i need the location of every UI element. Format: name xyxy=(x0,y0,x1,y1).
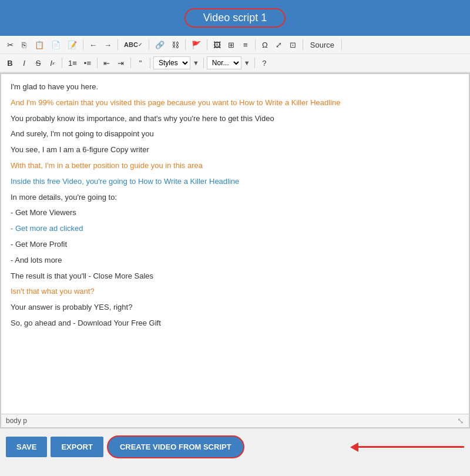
separator-9 xyxy=(62,58,62,68)
styles-select[interactable]: Styles xyxy=(153,56,190,69)
bold-button[interactable]: B xyxy=(4,56,16,69)
numberedlist-button[interactable]: 1≡ xyxy=(65,56,80,69)
create-video-button[interactable]: CREATE VIDEO FROM SCRIPT xyxy=(107,435,244,458)
separator-11 xyxy=(130,58,131,68)
header-title-outline: Video script 1 xyxy=(184,8,286,28)
separator-4 xyxy=(185,39,186,50)
removeformat-button[interactable]: Ix xyxy=(46,56,59,69)
showblocks-button[interactable]: ⊡ xyxy=(287,38,300,51)
arrow-indicator xyxy=(351,443,464,452)
editor-paragraph: - Get more ad clicked xyxy=(11,223,459,235)
table-button[interactable]: ⊞ xyxy=(225,38,238,51)
editor-paragraph: I'm glad to have you here. xyxy=(11,81,459,93)
editor-paragraph: Isn't that what you want? xyxy=(11,286,459,298)
outdent-button[interactable]: ⇤ xyxy=(100,56,113,69)
save-button[interactable]: SAVE xyxy=(6,437,47,457)
anchor-button[interactable]: 🚩 xyxy=(189,38,204,51)
editor-paragraph: Inside this free Video, you're going to … xyxy=(11,176,459,188)
editor-wrapper: I'm glad to have you here.And I'm 99% ce… xyxy=(0,73,470,428)
blockquote-button[interactable]: " xyxy=(134,56,147,69)
editor-paragraph: You probably know its importance, and th… xyxy=(11,113,459,125)
spellcheck-button[interactable]: ABC✓ xyxy=(121,38,146,51)
paste-button[interactable]: 📋 xyxy=(32,38,47,51)
page-header: Video script 1 xyxy=(0,0,470,36)
editor-paragraph: And I'm 99% certain that you visited thi… xyxy=(11,97,459,109)
undo-button[interactable]: ← xyxy=(86,38,100,51)
arrow-head-icon xyxy=(350,443,358,452)
export-button[interactable]: EXPORT xyxy=(51,437,103,457)
copy-button[interactable]: ⎘ xyxy=(18,38,31,51)
help-button[interactable]: ? xyxy=(258,56,271,69)
arrow-line xyxy=(358,446,464,448)
separator-8 xyxy=(341,39,342,50)
horizontalrule-button[interactable]: ≡ xyxy=(239,38,252,51)
separator-7 xyxy=(303,39,303,50)
editor-area[interactable]: I'm glad to have you here.And I'm 99% ce… xyxy=(1,73,469,414)
page-title: Video script 1 xyxy=(203,12,267,24)
editor-paragraph: And surely, I'm not going to disappoint … xyxy=(11,128,459,140)
image-button[interactable]: 🖼 xyxy=(210,38,224,51)
toolbar-row-1: ✂ ⎘ 📋 📄 📝 ← → ABC✓ 🔗 ⛓ 🚩 🖼 ⊞ ≡ Ω ⤢ ⊡ Sou… xyxy=(0,36,470,54)
separator-13 xyxy=(203,58,204,68)
status-bar: body p ⤡ xyxy=(1,414,469,428)
redo-button[interactable]: → xyxy=(101,38,115,51)
editor-paragraph: - And lots more xyxy=(11,254,459,267)
separator-3 xyxy=(149,39,149,50)
separator-14 xyxy=(254,58,255,68)
editor-paragraph: - Get More Profit xyxy=(11,239,459,251)
paste-plain-button[interactable]: 📄 xyxy=(48,38,63,51)
editor-paragraph: In more details, you're going to: xyxy=(11,192,459,204)
strikethrough-button[interactable]: S xyxy=(32,56,45,69)
paste-word-button[interactable]: 📝 xyxy=(65,38,80,51)
editor-paragraph: - Get More Viewers xyxy=(11,207,459,219)
bulletedlist-button[interactable]: •≡ xyxy=(81,56,94,69)
italic-button[interactable]: I xyxy=(18,56,31,69)
specialchar-button[interactable]: Ω xyxy=(258,38,271,51)
status-text: body p xyxy=(6,417,27,425)
source-button[interactable]: Source xyxy=(306,38,338,51)
editor-paragraph: You see, I am I am a 6-figure Copy write… xyxy=(11,144,459,156)
editor-paragraph: So, go ahead and - Download Your Free Gi… xyxy=(11,317,459,330)
styles-arrow-icon: ▼ xyxy=(192,59,200,66)
separator-10 xyxy=(97,58,98,68)
separator-2 xyxy=(118,39,118,50)
separator-6 xyxy=(255,39,256,50)
indent-button[interactable]: ⇥ xyxy=(115,56,127,69)
cut-button[interactable]: ✂ xyxy=(4,38,16,51)
editor-paragraph: Your answer is probably YES, right? xyxy=(11,301,459,314)
separator-5 xyxy=(207,39,207,50)
format-arrow-icon: ▼ xyxy=(243,59,251,66)
separator-1 xyxy=(83,39,83,50)
link-button[interactable]: 🔗 xyxy=(152,38,167,51)
format-select[interactable]: Nor... xyxy=(207,56,241,69)
editor-paragraph: The result is that you'll - Close More S… xyxy=(11,270,459,283)
editor-paragraph: With that, I'm in a better position to g… xyxy=(11,160,459,172)
bottom-bar: SAVE EXPORT CREATE VIDEO FROM SCRIPT xyxy=(0,428,470,465)
toolbar-row-2: B I S Ix 1≡ •≡ ⇤ ⇥ " Styles ▼ Nor... ▼ ? xyxy=(0,54,470,72)
separator-12 xyxy=(150,58,150,68)
toolbar: ✂ ⎘ 📋 📄 📝 ← → ABC✓ 🔗 ⛓ 🚩 🖼 ⊞ ≡ Ω ⤢ ⊡ Sou… xyxy=(0,36,470,73)
maximize-button[interactable]: ⤢ xyxy=(273,38,286,51)
resize-handle-icon[interactable]: ⤡ xyxy=(457,416,464,425)
unlink-button[interactable]: ⛓ xyxy=(169,38,182,51)
